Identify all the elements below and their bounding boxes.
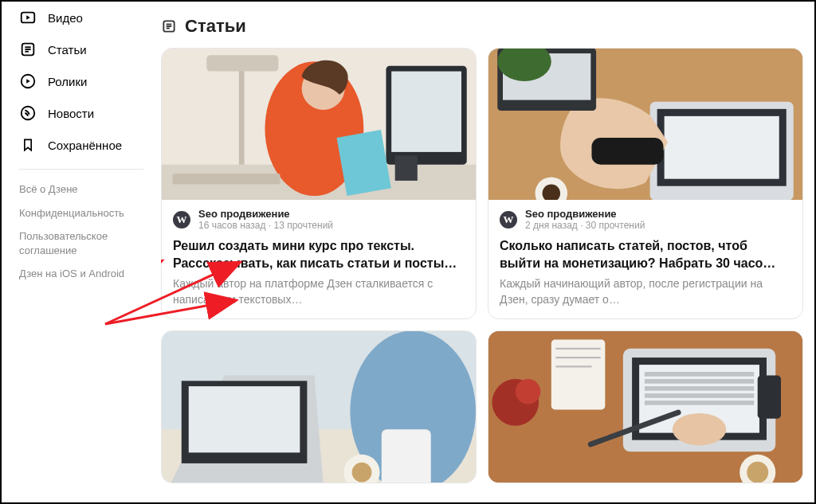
article-description: Каждый начинающий автор, после регистрац… [500,276,791,307]
svg-rect-20 [239,66,245,165]
section-title: Статьи [185,16,246,37]
video-icon [19,9,37,26]
article-thumbnail [488,331,802,483]
article-timestamp: 16 часов назад · 13 прочтений [198,220,333,231]
svg-rect-52 [551,340,606,410]
reels-icon [19,72,37,90]
svg-point-62 [673,413,727,446]
svg-point-57 [516,379,541,404]
article-card[interactable] [161,330,477,483]
svg-point-41 [352,463,372,483]
channel-name[interactable]: Seo продвижение [525,208,645,220]
article-card[interactable]: W Seo продвижение 16 часов назад · 13 пр… [161,48,477,319]
footer-link-about[interactable]: Всё о Дзене [19,178,161,201]
article-meta: W Seo продвижение 2 дня назад · 30 прочт… [500,208,791,231]
svg-rect-51 [645,400,754,405]
svg-rect-47 [645,372,754,377]
svg-rect-14 [391,72,461,152]
footer-links: Всё о Дзене Конфиденциальность Пользоват… [19,178,161,286]
article-icon [19,41,37,58]
sidebar-item-video[interactable]: Видео [19,2,161,33]
article-thumbnail [162,331,476,483]
sidebar-item-reels[interactable]: Ролики [19,65,161,97]
footer-link-privacy[interactable]: Конфиденциальность [19,201,161,225]
svg-rect-48 [645,379,754,384]
article-title[interactable]: Сколько написать статей, постов, чтоб вы… [500,237,791,272]
divider [19,169,143,170]
svg-point-59 [747,462,768,483]
svg-rect-21 [206,55,278,71]
bookmark-icon [19,136,37,154]
article-card[interactable] [488,330,803,483]
article-thumbnail [488,49,802,200]
svg-rect-49 [645,386,754,391]
svg-rect-50 [645,393,754,398]
news-icon [19,104,37,122]
article-description: Каждый автор на платформе Дзен сталкивае… [173,276,465,307]
svg-rect-37 [189,386,300,452]
sidebar-item-label: Видео [48,11,83,25]
sidebar-item-saved[interactable]: Сохранённое [19,129,161,161]
footer-link-apps[interactable]: Дзен на iOS и Android [19,262,161,286]
sidebar-item-news[interactable]: Новости [19,97,161,129]
svg-rect-15 [395,155,418,181]
main-content: Статьи [161,2,814,502]
channel-name[interactable]: Seo продвижение [198,208,333,220]
sidebar-item-label: Ролики [48,75,87,88]
section-header: Статьи [161,2,808,48]
svg-rect-27 [591,138,663,165]
sidebar-item-label: Сохранённое [48,139,122,152]
svg-rect-39 [382,430,431,483]
svg-rect-19 [173,174,280,185]
sidebar-item-label: Новости [48,107,94,120]
article-icon [161,18,177,34]
channel-avatar: W [500,211,517,229]
sidebar: Видео Статьи Ролики Новости [2,2,161,502]
sidebar-item-label: Статьи [48,43,87,57]
sidebar-item-articles[interactable]: Статьи [19,33,161,65]
article-meta: W Seo продвижение 16 часов назад · 13 пр… [173,208,465,231]
article-card[interactable]: W Seo продвижение 2 дня назад · 30 прочт… [488,48,803,319]
svg-rect-60 [758,376,781,419]
svg-rect-26 [665,116,779,179]
article-grid: W Seo продвижение 16 часов назад · 13 пр… [161,48,808,483]
article-thumbnail [162,49,476,200]
article-timestamp: 2 дня назад · 30 прочтений [525,220,645,231]
footer-link-terms[interactable]: Пользовательское соглашение [19,225,161,262]
channel-avatar: W [173,211,190,229]
article-title[interactable]: Решил создать мини курс про тексты. Расс… [173,237,465,272]
